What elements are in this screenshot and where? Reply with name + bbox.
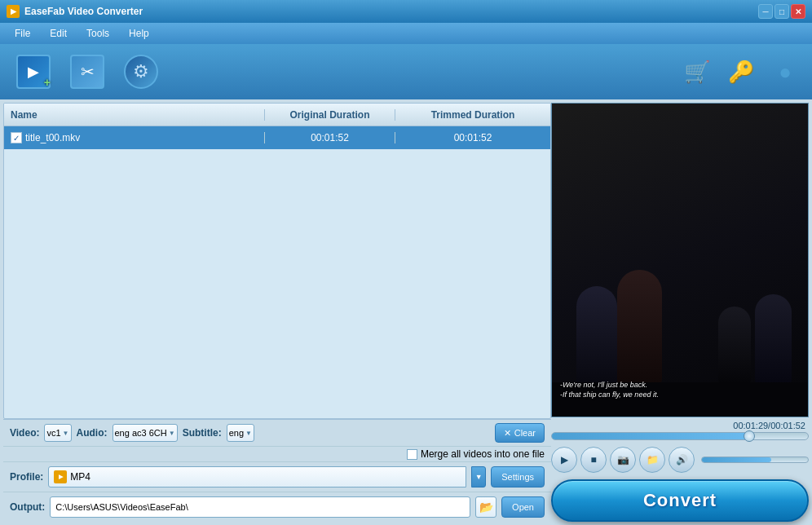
- minimize-button[interactable]: ─: [758, 4, 773, 19]
- scene-subtitle: -We're not, I'll just be back. -If that …: [560, 380, 800, 400]
- menu-help[interactable]: Help: [121, 25, 157, 42]
- maximize-button[interactable]: □: [774, 4, 789, 19]
- clear-icon: ✕: [504, 428, 511, 439]
- subtitle-line-2: -If that ship can fly, we need it.: [560, 390, 800, 400]
- settings-button[interactable]: ⚙: [117, 49, 165, 95]
- figure-1: [576, 286, 617, 384]
- folder-open-button[interactable]: 📁: [639, 447, 665, 473]
- help-button[interactable]: ●: [768, 55, 802, 89]
- menu-tools[interactable]: Tools: [78, 25, 117, 42]
- clear-label: Clear: [514, 428, 536, 438]
- audio-select[interactable]: eng ac3 6CH ▼: [113, 424, 178, 442]
- figure-3: [755, 294, 792, 384]
- video-preview: -We're not, I'll just be back. -If that …: [551, 103, 809, 417]
- video-time: 00:01:29/00:01:52: [551, 421, 809, 430]
- figure-2: [617, 270, 662, 384]
- subtitle-label: Subtitle:: [183, 427, 222, 439]
- close-button[interactable]: ✕: [791, 4, 805, 19]
- bottom-controls: Video: vc1 ▼ Audio: eng ac3 6CH ▼ Subtit…: [3, 419, 551, 522]
- mp4-icon: ▶: [54, 470, 67, 483]
- snapshot-button[interactable]: 📷: [610, 447, 636, 473]
- video-value: vc1: [46, 428, 60, 438]
- col-header-original: Original Duration: [265, 109, 395, 121]
- file-name: title_t00.mkv: [25, 132, 80, 143]
- profile-label: Profile:: [10, 471, 43, 483]
- profile-select[interactable]: ▶ MP4: [48, 466, 466, 488]
- merge-checkbox[interactable]: [407, 449, 417, 460]
- left-panel: Name Original Duration Trimmed Duration …: [0, 99, 551, 525]
- video-dropdown-arrow: ▼: [63, 430, 69, 437]
- audio-value: eng ac3 6CH: [115, 428, 167, 438]
- video-progress-bar[interactable]: [551, 432, 809, 440]
- audio-dropdown-arrow: ▼: [169, 430, 175, 437]
- table-body: ✓ title_t00.mkv 00:01:52 00:01:52: [4, 126, 550, 418]
- progress-fill: [552, 433, 749, 439]
- profile-value: MP4: [70, 471, 90, 483]
- volume-button[interactable]: 🔊: [669, 447, 695, 473]
- settings-btn[interactable]: Settings: [491, 466, 545, 488]
- subtitle-value: eng: [229, 428, 244, 438]
- window-controls: ─ □ ✕: [758, 4, 805, 19]
- table-row[interactable]: ✓ title_t00.mkv 00:01:52 00:01:52: [4, 126, 550, 149]
- output-row: Output: C:\Users\ASUS\Videos\EaseFab\ 📂 …: [3, 492, 551, 522]
- output-label: Output:: [10, 501, 45, 513]
- video-select[interactable]: vc1 ▼: [44, 424, 71, 442]
- convert-button[interactable]: Convert: [551, 479, 809, 522]
- convert-label: Convert: [643, 490, 717, 511]
- file-name-cell: ✓ title_t00.mkv: [4, 132, 265, 143]
- video-panel: -We're not, I'll just be back. -If that …: [551, 99, 812, 525]
- file-list-area: Name Original Duration Trimmed Duration …: [3, 103, 551, 419]
- main-content: Name Original Duration Trimmed Duration …: [0, 99, 812, 525]
- output-path: C:\Users\ASUS\Videos\EaseFab\: [50, 496, 470, 518]
- output-path-text: C:\Users\ASUS\Videos\EaseFab\: [55, 502, 188, 512]
- menu-edit[interactable]: Edit: [42, 25, 75, 42]
- progress-thumb: [744, 430, 755, 442]
- row-checkbox[interactable]: ✓: [11, 132, 22, 143]
- video-frame: -We're not, I'll just be back. -If that …: [552, 104, 808, 417]
- merge-row: Merge all videos into one file: [3, 446, 551, 461]
- play-button[interactable]: ▶: [551, 447, 577, 473]
- menu-bar: File Edit Tools Help: [0, 23, 812, 44]
- player-controls: ▶ ■ 📷 📁 🔊: [551, 445, 809, 474]
- subtitle-line-1: -We're not, I'll just be back.: [560, 380, 800, 390]
- volume-fill: [702, 457, 771, 462]
- profile-dropdown-arrow[interactable]: ▼: [471, 466, 486, 488]
- app-icon: ▶: [7, 5, 20, 18]
- table-header: Name Original Duration Trimmed Duration: [4, 104, 550, 126]
- stop-button[interactable]: ■: [580, 447, 607, 473]
- col-header-name: Name: [4, 109, 265, 121]
- col-header-trimmed: Trimmed Duration: [395, 109, 550, 121]
- shop-button[interactable]: 🛒: [680, 55, 714, 89]
- menu-file[interactable]: File: [7, 25, 38, 42]
- profile-row: Profile: ▶ MP4 ▼ Settings: [3, 461, 551, 492]
- open-btn[interactable]: Open: [501, 496, 545, 518]
- title-bar: ▶ EaseFab Video Converter ─ □ ✕: [0, 0, 812, 23]
- edit-video-button[interactable]: ✂: [64, 49, 111, 95]
- license-button[interactable]: 🔑: [724, 55, 758, 89]
- browse-folder-button[interactable]: 📂: [475, 496, 496, 518]
- toolbar: ▶ + ✂ ⚙ 🛒 🔑 ●: [0, 44, 812, 99]
- original-duration-cell: 00:01:52: [265, 132, 395, 143]
- merge-label: Merge all videos into one file: [421, 448, 545, 460]
- controls-bar: Video: vc1 ▼ Audio: eng ac3 6CH ▼ Subtit…: [3, 419, 551, 446]
- volume-bar[interactable]: [701, 457, 809, 463]
- audio-label: Audio:: [77, 427, 108, 439]
- clear-button[interactable]: ✕ Clear: [495, 423, 545, 443]
- toolbar-right: 🛒 🔑 ●: [680, 55, 802, 89]
- figure-4: [718, 307, 751, 384]
- subtitle-select[interactable]: eng ▼: [227, 424, 254, 442]
- app-title: EaseFab Video Converter: [24, 6, 143, 17]
- folder-icon: 📂: [479, 501, 493, 514]
- subtitle-dropdown-arrow: ▼: [245, 430, 252, 437]
- trimmed-duration-cell: 00:01:52: [395, 132, 550, 143]
- add-video-button[interactable]: ▶ +: [10, 49, 57, 95]
- video-label: Video:: [10, 427, 39, 439]
